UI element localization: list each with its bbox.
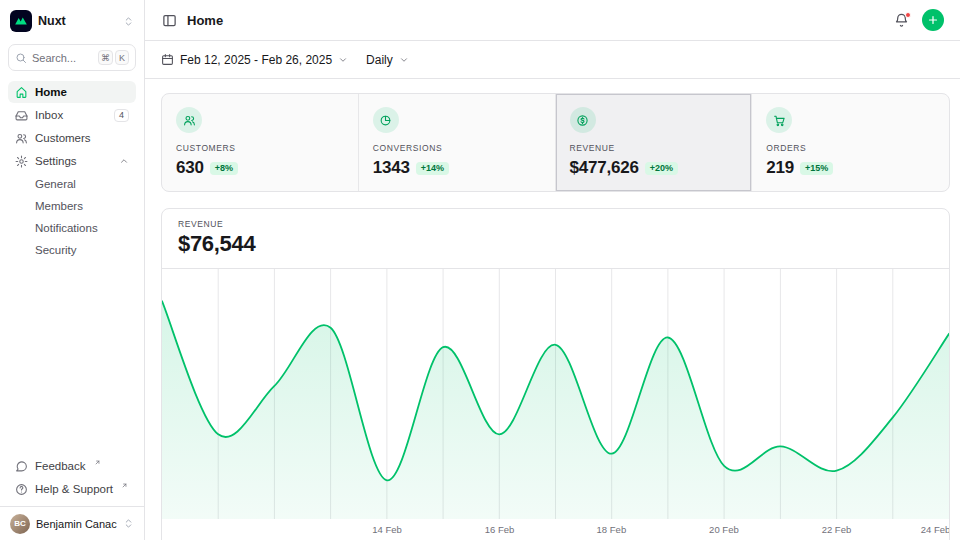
search-input[interactable]: Search... ⌘ K	[8, 44, 136, 71]
sidebar-collapse-button[interactable]	[161, 12, 178, 29]
calendar-icon	[161, 53, 174, 66]
chart-current-value: $76,544	[178, 231, 933, 257]
stat-label: REVENUE	[570, 143, 738, 153]
sidebar-item-label: Feedback	[35, 460, 86, 472]
sidebar-item-members[interactable]: Members	[8, 195, 136, 217]
sidebar-item-label: General	[35, 178, 76, 190]
sidebar-item-label: Security	[35, 244, 77, 256]
stat-delta-badge: +20%	[645, 162, 678, 175]
sidebar-item-inbox[interactable]: Inbox 4	[8, 104, 136, 126]
sidebar-spacer	[0, 261, 144, 455]
period-select[interactable]: Daily	[366, 53, 409, 67]
sidebar-item-settings[interactable]: Settings	[8, 150, 136, 172]
date-range-value: Feb 12, 2025 - Feb 26, 2025	[180, 53, 332, 67]
x-axis-label: 14 Feb	[372, 524, 402, 535]
kbd-k: K	[115, 50, 129, 65]
stat-card-customers[interactable]: CUSTOMERS 630 +8%	[162, 94, 359, 191]
sidebar-item-label: Settings	[35, 155, 77, 167]
stat-card-orders[interactable]: ORDERS 219 +15%	[752, 94, 949, 191]
chevron-down-icon	[338, 55, 348, 65]
chart-pie-icon	[373, 107, 399, 133]
nuxt-logo	[10, 10, 32, 32]
app-window: Nuxt Search... ⌘ K Home	[0, 0, 960, 540]
sidebar-item-general[interactable]: General	[8, 173, 136, 195]
revenue-chart-card: REVENUE $76,544 14 Feb16	[161, 208, 950, 540]
users-icon	[15, 132, 28, 145]
sidebar-item-label: Inbox	[35, 109, 63, 121]
sidebar-footer-nav: Feedback Help & Support	[0, 455, 144, 506]
stat-value: 219	[766, 158, 794, 178]
sidebar-item-security[interactable]: Security	[8, 239, 136, 261]
sidebar-item-feedback[interactable]: Feedback	[8, 455, 136, 477]
date-range-picker[interactable]: Feb 12, 2025 - Feb 26, 2025	[161, 53, 348, 67]
stat-value: 1343	[373, 158, 410, 178]
filter-toolbar: Feb 12, 2025 - Feb 26, 2025 Daily	[145, 41, 960, 79]
kbd-meta: ⌘	[98, 50, 113, 65]
revenue-chart-svg	[162, 269, 949, 519]
notification-dot	[905, 12, 911, 18]
user-name: Benjamin Canac	[36, 518, 117, 530]
message-circle-icon	[15, 460, 28, 473]
stat-card-revenue[interactable]: REVENUE $477,626 +20%	[556, 94, 753, 191]
home-icon	[15, 86, 28, 99]
plus-icon	[927, 14, 939, 26]
sidebar-item-notifications[interactable]: Notifications	[8, 217, 136, 239]
x-axis-label: 18 Feb	[597, 524, 627, 535]
chart-title: REVENUE	[178, 219, 933, 229]
search-placeholder: Search...	[32, 52, 76, 64]
sidebar-item-label: Members	[35, 200, 83, 212]
stat-delta-badge: +15%	[800, 162, 833, 175]
stat-value: $477,626	[570, 158, 639, 178]
settings-submenu: General Members Notifications Security	[8, 173, 136, 261]
sidebar-nav: Home Inbox 4 Customers Settings	[0, 81, 144, 261]
sidebar-item-label: Home	[35, 86, 67, 98]
inbox-count-badge: 4	[114, 109, 129, 122]
stat-delta-badge: +8%	[210, 162, 238, 175]
workspace-name: Nuxt	[38, 14, 66, 28]
sidebar-item-label: Help & Support	[35, 483, 113, 495]
stat-label: ORDERS	[766, 143, 935, 153]
stat-value: 630	[176, 158, 204, 178]
users-round-icon	[176, 107, 202, 133]
chevron-up-icon	[119, 156, 129, 166]
chevrons-up-down-icon	[123, 518, 134, 529]
sidebar-item-label: Customers	[35, 132, 91, 144]
sidebar-item-home[interactable]: Home	[8, 81, 136, 103]
chart-plot-area[interactable]: 14 Feb16 Feb18 Feb20 Feb22 Feb24 Feb	[162, 269, 949, 540]
user-menu[interactable]: BC Benjamin Canac	[0, 506, 144, 540]
stats-row: CUSTOMERS 630 +8% CONVERSIONS 1343 +14%	[161, 93, 950, 192]
main-area: Home Feb 12, 2	[145, 0, 960, 540]
circle-dollar-icon	[570, 107, 596, 133]
chevron-down-icon	[399, 55, 409, 65]
x-axis-label: 20 Feb	[709, 524, 739, 535]
stat-delta-badge: +14%	[416, 162, 449, 175]
chevrons-up-down-icon	[123, 16, 134, 27]
search-shortcut: ⌘ K	[98, 50, 129, 65]
help-circle-icon	[15, 483, 28, 496]
page-title: Home	[187, 13, 223, 28]
page-header: Home	[145, 0, 960, 41]
add-button[interactable]	[922, 9, 944, 31]
x-axis-label: 24 Feb	[921, 524, 950, 535]
gear-icon	[15, 155, 28, 168]
notifications-button[interactable]	[893, 12, 910, 29]
dashboard-content: CUSTOMERS 630 +8% CONVERSIONS 1343 +14%	[145, 79, 960, 540]
inbox-icon	[15, 109, 28, 122]
sidebar-item-label: Notifications	[35, 222, 98, 234]
x-axis-label: 16 Feb	[485, 524, 515, 535]
search-icon	[15, 52, 27, 64]
sidebar: Nuxt Search... ⌘ K Home	[0, 0, 145, 540]
sidebar-item-help-support[interactable]: Help & Support	[8, 478, 136, 500]
shopping-cart-icon	[766, 107, 792, 133]
sidebar-item-customers[interactable]: Customers	[8, 127, 136, 149]
stat-label: CONVERSIONS	[373, 143, 541, 153]
avatar: BC	[10, 514, 30, 534]
chart-header: REVENUE $76,544	[162, 209, 949, 269]
stat-card-conversions[interactable]: CONVERSIONS 1343 +14%	[359, 94, 556, 191]
x-axis-labels: 14 Feb16 Feb18 Feb20 Feb22 Feb24 Feb	[162, 519, 949, 540]
stat-label: CUSTOMERS	[176, 143, 344, 153]
workspace-selector[interactable]: Nuxt	[0, 0, 144, 42]
external-link-icon	[94, 459, 101, 466]
period-value: Daily	[366, 53, 393, 67]
x-axis-label: 22 Feb	[822, 524, 852, 535]
